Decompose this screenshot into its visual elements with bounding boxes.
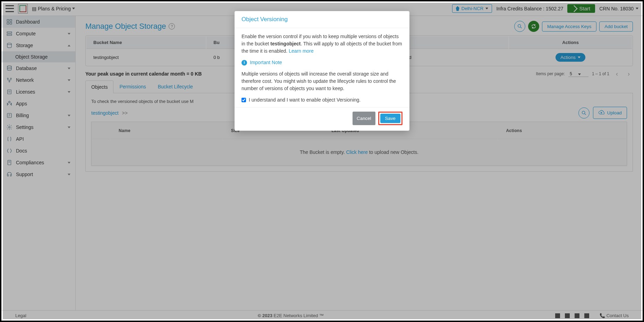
learn-more-link[interactable]: Learn more: [289, 48, 314, 54]
modal-title: Object Versioning: [242, 16, 288, 23]
important-note-toggle[interactable]: i Important Note: [242, 59, 402, 66]
info-icon: i: [242, 60, 247, 66]
modal-paragraph-2: Multiple versions of objects will increa…: [242, 70, 402, 92]
consent-label: I understand and I want to enable object…: [249, 96, 361, 104]
important-note-label: Important Note: [250, 59, 282, 66]
save-highlight: Save: [378, 112, 402, 125]
object-versioning-modal: Object Versioning Enable the version con…: [235, 11, 409, 131]
modal-paragraph-1: Enable the version control if you wish t…: [242, 33, 402, 55]
modal-overlay[interactable]: Object Versioning Enable the version con…: [3, 3, 641, 319]
cancel-button[interactable]: Cancel: [353, 112, 375, 125]
consent-checkbox[interactable]: [242, 98, 246, 102]
save-button[interactable]: Save: [380, 114, 400, 123]
consent-row: I understand and I want to enable object…: [242, 96, 402, 104]
